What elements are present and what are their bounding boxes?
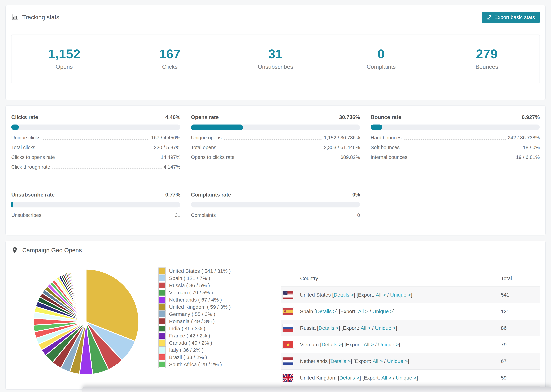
flag-ru-icon bbox=[283, 324, 294, 332]
details-link[interactable]: Details > bbox=[316, 308, 336, 314]
legend-swatch bbox=[158, 347, 166, 354]
stat-row: Clicks to opens rate 14.497% bbox=[11, 155, 180, 164]
table-row-es: Spain [Details >] [Export: All > / Uniqu… bbox=[281, 303, 540, 320]
export-basic-stats-button[interactable]: Export basic stats bbox=[482, 12, 540, 23]
export-all-link[interactable]: All > bbox=[381, 375, 391, 381]
page-title: Tracking stats bbox=[22, 14, 59, 21]
opens-rate-rows: Unique opens 1,152 / 30.736%Total opens … bbox=[191, 135, 360, 164]
geo-opens-title-wrap: Campaign Geo Opens bbox=[11, 247, 82, 254]
stat-row-label: Soft bounces bbox=[371, 145, 400, 150]
stat-row: Total opens 2,303 / 61.446% bbox=[191, 145, 360, 155]
stat-row: Click through rate 4.147% bbox=[11, 164, 180, 174]
stat-row: Hard bounces 242 / 86.738% bbox=[371, 135, 540, 145]
dotted-leader bbox=[402, 149, 521, 149]
legend-item-canada[interactable]: Canada ( 40 / 2% ) bbox=[158, 339, 281, 347]
stat-cell-complaints: 0 Complaints bbox=[328, 35, 434, 83]
legend-item-vietnam[interactable]: Vietnam ( 79 / 5% ) bbox=[158, 289, 281, 296]
stat-row-label: Internal bounces bbox=[371, 155, 407, 160]
stat-row-value: 220 / 5.87% bbox=[154, 145, 180, 150]
legend-item-germany[interactable]: Germany ( 55 / 3% ) bbox=[158, 311, 281, 318]
export-all-link[interactable]: All > bbox=[373, 358, 383, 364]
rate-value: 6.927% bbox=[522, 114, 540, 120]
dotted-leader bbox=[57, 159, 159, 159]
opens-rate-bar bbox=[191, 125, 360, 130]
summary-stats-box: 1,152 Opens167 Clicks31 Unsubscribes0 Co… bbox=[11, 35, 540, 83]
dotted-leader bbox=[37, 149, 152, 149]
details-link[interactable]: Details > bbox=[322, 342, 342, 348]
stat-row-value: 1,152 / 30.736% bbox=[324, 135, 360, 140]
stat-row: Unsubscribes 31 bbox=[11, 213, 180, 222]
export-all-link[interactable]: All > bbox=[358, 308, 368, 314]
legend-swatch bbox=[158, 282, 166, 289]
tracking-stats-header: Tracking stats Export basic stats bbox=[6, 5, 545, 29]
legend-swatch bbox=[158, 311, 166, 318]
bottom-scroll-band[interactable] bbox=[82, 387, 551, 392]
total-column-header: Total bbox=[501, 270, 540, 287]
geo-opens-header: Campaign Geo Opens bbox=[6, 241, 545, 260]
rates-grid: Clicks rate4.46% Unique clicks 167 / 4.4… bbox=[11, 114, 540, 222]
legend-item-united-kingdom[interactable]: United Kingdom ( 59 / 3% ) bbox=[158, 303, 281, 311]
stat-value: 279 bbox=[476, 48, 498, 60]
country-name: United Kingdom bbox=[300, 375, 338, 381]
stat-cell-unsubscribes: 31 Unsubscribes bbox=[223, 35, 328, 83]
tracking-stats-title-wrap: Tracking stats bbox=[11, 14, 59, 21]
legend-swatch bbox=[158, 354, 166, 361]
map-pin-icon bbox=[11, 247, 18, 254]
export-unique-link[interactable]: Unique > bbox=[396, 375, 417, 381]
dotted-leader bbox=[43, 217, 173, 217]
dotted-leader bbox=[52, 168, 161, 169]
unsubscribe-rate-bar-fill bbox=[11, 202, 13, 207]
country-total: 541 bbox=[501, 287, 540, 303]
legend-swatch bbox=[158, 332, 166, 339]
geo-pie-chart bbox=[30, 266, 142, 378]
legend-item-italy[interactable]: Italy ( 36 / 2% ) bbox=[158, 347, 281, 354]
export-all-link[interactable]: All > bbox=[364, 342, 374, 348]
stat-value: 31 bbox=[268, 48, 283, 60]
legend-item-brazil[interactable]: Brazil ( 33 / 2% ) bbox=[158, 354, 281, 361]
legend-item-south-africa[interactable]: South Africa ( 29 / 2% ) bbox=[158, 361, 281, 368]
table-row-gb: United Kingdom [Details >] [Export: All … bbox=[281, 370, 540, 386]
flag-us-icon bbox=[283, 291, 294, 299]
details-link[interactable]: Details > bbox=[339, 375, 360, 381]
stat-row-value: 2,303 / 61.446% bbox=[324, 145, 360, 150]
dotted-leader bbox=[218, 149, 322, 149]
stat-row-value: 689.82% bbox=[340, 155, 360, 160]
export-unique-link[interactable]: Unique > bbox=[387, 358, 408, 364]
export-unique-link[interactable]: Unique > bbox=[373, 308, 393, 314]
export-unique-link[interactable]: Unique > bbox=[375, 325, 396, 331]
legend-label: United Kingdom ( 59 / 3% ) bbox=[169, 304, 231, 310]
details-link[interactable]: Details > bbox=[318, 325, 339, 331]
rate-title: Bounce rate bbox=[371, 114, 401, 120]
stat-value: 167 bbox=[159, 48, 181, 60]
details-link[interactable]: Details > bbox=[334, 292, 354, 298]
rate-value: 0% bbox=[352, 192, 360, 198]
stat-row: Total clicks 220 / 5.87% bbox=[11, 145, 180, 155]
country-name: Netherlands bbox=[300, 358, 329, 364]
rate-title: Opens rate bbox=[191, 114, 219, 120]
stat-row-value: 14.497% bbox=[161, 155, 181, 160]
export-unique-link[interactable]: Unique > bbox=[378, 342, 399, 348]
export-all-link[interactable]: All > bbox=[376, 292, 386, 298]
country-total: 121 bbox=[501, 303, 540, 320]
legend-swatch bbox=[158, 325, 166, 332]
opens-rate-bar-fill bbox=[191, 125, 243, 130]
legend-item-spain[interactable]: Spain ( 121 / 7% ) bbox=[158, 275, 281, 282]
export-all-link[interactable]: All > bbox=[360, 325, 371, 331]
details-link[interactable]: Details > bbox=[330, 358, 351, 364]
country-column-header: Country bbox=[281, 270, 501, 287]
stat-label: Bounces bbox=[475, 63, 498, 70]
country-total: 79 bbox=[501, 336, 540, 353]
legend-label: France ( 42 / 2% ) bbox=[169, 333, 210, 339]
legend-swatch bbox=[158, 289, 166, 296]
legend-item-france[interactable]: France ( 42 / 2% ) bbox=[158, 332, 281, 339]
legend-item-netherlands[interactable]: Netherlands ( 67 / 4% ) bbox=[158, 296, 281, 303]
legend-item-india[interactable]: India ( 46 / 3% ) bbox=[158, 325, 281, 332]
legend-swatch bbox=[158, 303, 166, 311]
legend-label: Brazil ( 33 / 2% ) bbox=[169, 354, 207, 360]
legend-item-united-states[interactable]: United States ( 541 / 31% ) bbox=[158, 267, 281, 275]
flag-nl-icon bbox=[283, 357, 294, 365]
export-unique-link[interactable]: Unique > bbox=[390, 292, 411, 298]
legend-item-russia[interactable]: Russia ( 86 / 5% ) bbox=[158, 282, 281, 289]
stat-row: Internal bounces 19 / 6.81% bbox=[371, 155, 540, 164]
legend-item-romania[interactable]: Romania ( 49 / 3% ) bbox=[158, 318, 281, 325]
